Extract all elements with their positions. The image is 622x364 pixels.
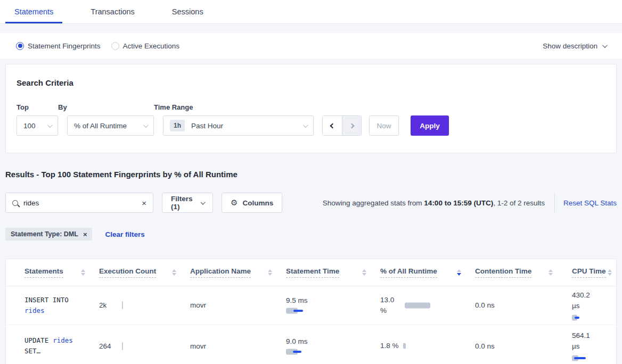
stats-time-window: 14:00 to 15:59 (UTC) <box>424 199 493 207</box>
time-range-value: Past Hour <box>191 122 223 130</box>
filter-chip-label: Statement Type: DML <box>11 230 78 238</box>
apply-button[interactable]: Apply <box>411 115 449 136</box>
columns-button[interactable]: ⚙ Columns <box>222 193 282 213</box>
gear-icon: ⚙ <box>231 198 238 208</box>
statements-table-card: Statements Execution Count Application N… <box>5 259 617 364</box>
clear-search-icon[interactable]: × <box>142 199 146 207</box>
top-select[interactable]: 100 <box>17 115 58 136</box>
columns-button-label: Columns <box>242 199 273 207</box>
pct-runtime-value: 13.0 % <box>380 295 400 316</box>
sort-icon[interactable] <box>608 269 612 276</box>
reset-sql-stats-link[interactable]: Reset SQL Stats <box>555 199 617 207</box>
column-header-contention-time[interactable]: Contention Time <box>475 259 567 286</box>
results-heading: Results - Top 100 Statement Fingerprints… <box>5 170 617 179</box>
time-range-select[interactable]: 1h Past Hour <box>163 115 314 136</box>
application-name-value: movr <box>190 342 206 350</box>
top-field: Top 100 <box>17 103 58 136</box>
search-criteria-title: Search Criteria <box>17 78 605 87</box>
table-row[interactable]: INSERT INTO rides 2k movr 9.5 ms 13.0 % … <box>6 286 616 325</box>
table-row[interactable]: UPDATErides SET… 264 movr 9.0 ms 1.8 % 0… <box>6 325 616 364</box>
by-select[interactable]: % of All Runtime <box>67 115 154 136</box>
show-description-label: Show description <box>543 42 598 50</box>
time-range-label: Time Range <box>154 103 314 111</box>
view-mode-radio-group: Statement Fingerprints Active Executions <box>16 42 179 50</box>
pct-runtime-value: 1.8 % <box>380 341 399 351</box>
statement-time-bar <box>286 349 380 355</box>
sort-icon[interactable] <box>362 269 366 276</box>
pct-runtime-bar <box>405 302 431 309</box>
cpu-time-value: 564.1 µs <box>572 330 595 352</box>
tab-transactions[interactable]: Transactions <box>81 1 143 23</box>
statement-link[interactable]: rides <box>24 307 45 315</box>
sort-icon[interactable] <box>172 269 176 276</box>
search-input[interactable] <box>23 199 136 207</box>
radio-statement-fingerprints[interactable]: Statement Fingerprints <box>16 42 101 50</box>
sort-icon[interactable] <box>268 269 272 276</box>
filters-button[interactable]: Filters (1) <box>162 193 213 213</box>
by-select-value: % of All Runtime <box>74 122 127 130</box>
chevron-down-icon <box>602 43 608 48</box>
column-header-statements[interactable]: Statements <box>6 259 99 286</box>
radio-label: Statement Fingerprints <box>28 42 101 50</box>
time-range-badge: 1h <box>170 120 185 131</box>
view-mode-bar: Statement Fingerprints Active Executions… <box>0 33 622 59</box>
cpu-time-bar <box>572 355 616 361</box>
top-label: Top <box>17 103 58 111</box>
cpu-time-value: 430.2 µs <box>572 290 595 311</box>
column-header-application-name[interactable]: Application Name <box>190 259 286 286</box>
remove-filter-icon[interactable]: × <box>83 231 87 238</box>
radio-unselected-icon[interactable] <box>111 42 119 50</box>
active-filters-row: Statement Type: DML × Clear filters <box>5 228 617 241</box>
statement-search-box[interactable]: × <box>5 193 153 213</box>
clear-filters-link[interactable]: Clear filters <box>105 230 144 238</box>
statement-time-value: 9.5 ms <box>286 296 308 304</box>
execution-count-bar <box>122 301 123 309</box>
execution-count-value: 264 <box>99 342 119 350</box>
contention-time-value: 0.0 ns <box>475 301 495 309</box>
application-name-value: movr <box>190 301 206 309</box>
filter-chip-statement-type[interactable]: Statement Type: DML × <box>5 228 92 241</box>
radio-selected-icon[interactable] <box>16 42 24 50</box>
search-icon <box>12 200 18 206</box>
search-criteria-card: Search Criteria Top 100 By % of All Runt… <box>5 64 617 153</box>
column-header-execution-count[interactable]: Execution Count <box>99 259 190 286</box>
filters-button-label: Filters (1) <box>171 195 196 211</box>
statement-time-bar <box>286 308 380 314</box>
tab-sessions[interactable]: Sessions <box>163 1 212 23</box>
chevron-down-icon <box>143 122 149 128</box>
next-time-window-button[interactable] <box>342 116 361 135</box>
sort-icon[interactable] <box>457 269 461 276</box>
pct-runtime-bar <box>403 343 430 349</box>
sort-icon[interactable] <box>549 269 553 276</box>
showing-stats-text: Showing aggregated stats from 14:00 to 1… <box>282 199 554 207</box>
tab-statements[interactable]: Statements <box>5 1 62 23</box>
show-description-toggle[interactable]: Show description <box>543 42 606 50</box>
radio-active-executions[interactable]: Active Executions <box>111 42 180 50</box>
search-criteria-fields: Top 100 By % of All Runtime Time Range 1… <box>17 103 605 136</box>
sql-activity-tabbar: Statements Transactions Sessions <box>0 0 622 24</box>
statement-fingerprint[interactable]: UPDATErides SET… <box>24 335 99 357</box>
by-label: By <box>58 103 154 111</box>
chevron-left-icon <box>330 123 335 128</box>
time-window-pager <box>322 115 362 136</box>
column-header-statement-time[interactable]: Statement Time <box>286 259 380 286</box>
execution-count-value: 2k <box>99 301 119 309</box>
contention-time-value: 0.0 ns <box>475 342 495 350</box>
sort-icon[interactable] <box>81 269 85 276</box>
by-field: By % of All Runtime <box>58 103 154 136</box>
chevron-down-icon <box>201 200 206 204</box>
radio-label: Active Executions <box>123 42 180 50</box>
statements-table: Statements Execution Count Application N… <box>6 259 616 364</box>
previous-time-window-button[interactable] <box>323 116 342 135</box>
execution-count-bar <box>122 342 123 350</box>
table-header-row: Statements Execution Count Application N… <box>6 259 616 286</box>
now-button[interactable]: Now <box>369 115 399 136</box>
statement-time-value: 9.0 ms <box>286 337 308 345</box>
chevron-down-icon <box>303 122 308 128</box>
results-toolbar: × Filters (1) ⚙ Columns Showing aggregat… <box>5 193 617 213</box>
cpu-time-bar <box>572 315 616 321</box>
statement-link[interactable]: rides <box>53 336 73 344</box>
statement-fingerprint[interactable]: INSERT INTO rides <box>24 295 99 316</box>
column-header-pct-of-all-runtime[interactable]: % of All Runtime <box>380 259 475 286</box>
column-header-cpu-time[interactable]: CPU Time <box>567 259 616 286</box>
